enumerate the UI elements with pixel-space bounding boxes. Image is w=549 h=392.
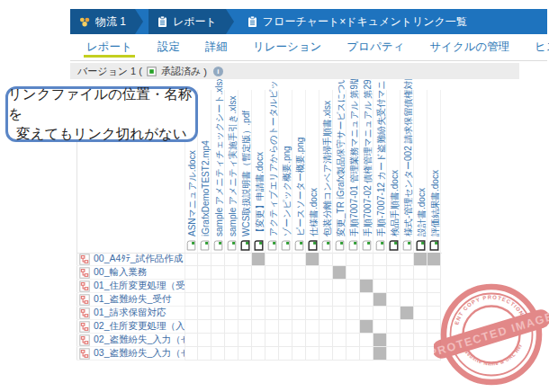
matrix-cell[interactable] bbox=[306, 266, 320, 280]
matrix-cell[interactable] bbox=[212, 334, 225, 347]
document-icon[interactable] bbox=[428, 239, 440, 252]
matrix-cell[interactable] bbox=[238, 320, 252, 334]
matrix-cell[interactable] bbox=[333, 293, 346, 307]
document-icon[interactable] bbox=[226, 239, 238, 252]
column-label[interactable]: 手順-7007-12 カード盗難紛失受付マニュアル bbox=[375, 79, 387, 236]
document-icon[interactable] bbox=[361, 239, 373, 252]
document-icon[interactable] bbox=[280, 239, 292, 252]
column-label[interactable]: 手順7007-01 管理業務マニュアル 第9版 bbox=[348, 79, 360, 236]
matrix-cell[interactable] bbox=[320, 280, 333, 293]
matrix-cell[interactable] bbox=[266, 266, 279, 280]
matrix-cell[interactable] bbox=[333, 253, 346, 266]
matrix-cell[interactable] bbox=[360, 253, 374, 266]
matrix-cell[interactable] bbox=[212, 347, 225, 361]
column-label[interactable]: iGrafxDemoTEST2.mp4 bbox=[200, 140, 212, 236]
matrix-cell[interactable] bbox=[198, 293, 212, 307]
flowchart-name[interactable]: 00_A4ﾀﾃ_試作品作成 bbox=[94, 253, 183, 265]
flowchart-name[interactable]: 01_請求保留対応 bbox=[94, 307, 166, 319]
matrix-cell[interactable] bbox=[184, 347, 198, 361]
document-icon[interactable] bbox=[212, 239, 224, 252]
tab-4[interactable]: プロパティ bbox=[334, 34, 417, 60]
matrix-cell[interactable] bbox=[306, 320, 320, 334]
matrix-cell[interactable] bbox=[400, 334, 414, 347]
matrix-cell[interactable] bbox=[414, 293, 428, 307]
matrix-cell-linked[interactable] bbox=[374, 293, 387, 307]
matrix-cell[interactable] bbox=[266, 253, 279, 266]
matrix-cell[interactable] bbox=[266, 293, 279, 307]
matrix-cell[interactable] bbox=[360, 334, 374, 347]
flowchart-name[interactable]: 01_盗難紛失_受付 bbox=[94, 293, 171, 306]
matrix-cell[interactable] bbox=[184, 334, 198, 347]
matrix-cell[interactable] bbox=[225, 334, 238, 347]
matrix-cell[interactable] bbox=[279, 307, 292, 320]
matrix-cell[interactable] bbox=[414, 280, 428, 293]
matrix-cell[interactable] bbox=[184, 320, 198, 334]
matrix-cell[interactable] bbox=[346, 253, 360, 266]
matrix-cell[interactable] bbox=[387, 334, 400, 347]
matrix-cell[interactable] bbox=[360, 266, 374, 280]
matrix-cell[interactable] bbox=[252, 280, 266, 293]
matrix-cell-linked[interactable] bbox=[360, 280, 374, 293]
matrix-cell[interactable] bbox=[428, 266, 441, 280]
document-icon[interactable] bbox=[253, 239, 265, 252]
matrix-cell[interactable] bbox=[374, 280, 387, 293]
matrix-cell[interactable] bbox=[184, 266, 198, 280]
matrix-cell[interactable] bbox=[266, 320, 279, 334]
matrix-cell[interactable] bbox=[198, 334, 212, 347]
matrix-cell-linked[interactable] bbox=[360, 320, 374, 334]
column-label[interactable]: sample アメニティ実施手引き.xlsx bbox=[227, 96, 238, 236]
matrix-cell[interactable] bbox=[292, 334, 306, 347]
matrix-cell[interactable] bbox=[320, 347, 333, 361]
tab-5[interactable]: サイクルの管理 bbox=[417, 34, 522, 60]
matrix-cell[interactable] bbox=[306, 280, 320, 293]
matrix-cell[interactable] bbox=[387, 253, 400, 266]
column-label[interactable]: 様式-管理センター002 請求保留債権対応手順書 bbox=[402, 79, 414, 236]
matrix-cell[interactable] bbox=[387, 293, 400, 307]
flowchart-icon[interactable] bbox=[79, 321, 90, 333]
flowchart-name[interactable]: 02_住所変更処理（入力） bbox=[94, 320, 184, 333]
matrix-cell[interactable] bbox=[266, 280, 279, 293]
matrix-cell[interactable] bbox=[292, 320, 306, 334]
matrix-cell[interactable] bbox=[225, 307, 238, 320]
matrix-cell[interactable] bbox=[198, 307, 212, 320]
matrix-cell-linked[interactable] bbox=[306, 253, 320, 266]
matrix-cell[interactable] bbox=[212, 320, 225, 334]
document-icon[interactable] bbox=[347, 239, 359, 252]
matrix-cell[interactable] bbox=[225, 266, 238, 280]
matrix-cell[interactable] bbox=[387, 307, 400, 320]
document-icon[interactable] bbox=[239, 239, 251, 252]
matrix-cell[interactable] bbox=[320, 266, 333, 280]
matrix-cell-linked[interactable] bbox=[414, 253, 428, 266]
matrix-cell[interactable] bbox=[292, 266, 306, 280]
column-label[interactable]: 変更_TR iGrafx製品保守サービスについて bbox=[335, 79, 346, 236]
matrix-cell[interactable] bbox=[279, 347, 292, 361]
matrix-cell[interactable] bbox=[333, 334, 346, 347]
document-icon[interactable] bbox=[307, 239, 319, 252]
matrix-cell[interactable] bbox=[279, 320, 292, 334]
matrix-cell[interactable] bbox=[306, 334, 320, 347]
matrix-cell[interactable] bbox=[414, 320, 428, 334]
matrix-cell[interactable] bbox=[414, 334, 428, 347]
matrix-cell[interactable] bbox=[212, 293, 225, 307]
column-label[interactable]: sample アメニティチェックシート.xlsx bbox=[213, 79, 225, 236]
flowchart-icon[interactable] bbox=[79, 267, 90, 279]
matrix-cell-linked[interactable] bbox=[400, 307, 414, 320]
matrix-cell[interactable] bbox=[320, 293, 333, 307]
matrix-cell[interactable] bbox=[266, 347, 279, 361]
matrix-cell[interactable] bbox=[306, 293, 320, 307]
column-label[interactable]: 【変更】申請書.docx bbox=[254, 152, 266, 236]
matrix-cell[interactable] bbox=[198, 347, 212, 361]
matrix-cell[interactable] bbox=[238, 280, 252, 293]
matrix-cell[interactable] bbox=[387, 266, 400, 280]
column-label[interactable]: 包装分離コンベア清掃手順書.xlsx bbox=[321, 101, 333, 236]
document-icon[interactable] bbox=[293, 239, 305, 252]
matrix-cell[interactable] bbox=[238, 293, 252, 307]
matrix-cell-linked[interactable] bbox=[374, 334, 387, 347]
matrix-cell[interactable] bbox=[184, 253, 198, 266]
matrix-cell[interactable] bbox=[252, 347, 266, 361]
flowchart-icon[interactable] bbox=[79, 334, 90, 346]
matrix-cell[interactable] bbox=[279, 253, 292, 266]
matrix-cell[interactable] bbox=[414, 347, 428, 361]
tab-2[interactable]: 詳細 bbox=[193, 34, 240, 60]
matrix-cell[interactable] bbox=[198, 266, 212, 280]
